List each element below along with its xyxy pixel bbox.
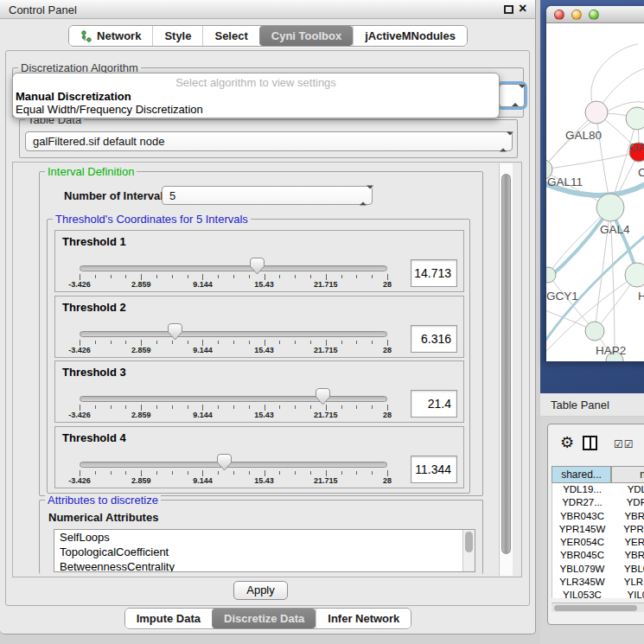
network-node-label: HAP2 (596, 344, 626, 357)
tab-infer-network[interactable]: Infer Network (316, 609, 411, 628)
columns-icon[interactable] (583, 436, 597, 450)
network-node[interactable] (585, 101, 608, 124)
slider-handle[interactable] (168, 323, 182, 341)
slider-tick (265, 274, 265, 280)
gear-icon[interactable]: ⚙︎ (560, 433, 574, 452)
table-row[interactable]: YER054CYER054C (552, 536, 644, 549)
attributes-list-scrollbar-thumb[interactable] (465, 532, 473, 552)
table-row[interactable]: YBR043CYBR043C (552, 510, 644, 523)
tab-network[interactable]: Network (69, 26, 152, 46)
slider-tick-label: 15.43 (254, 346, 274, 354)
table-row[interactable]: YBR045CYBR045C (552, 549, 644, 562)
table-row[interactable]: YLR345WYLR345W (552, 576, 644, 589)
network-node[interactable] (546, 267, 556, 283)
tab-impute-data[interactable]: Impute Data (125, 609, 212, 628)
table-cell[interactable]: YBL079W (612, 563, 644, 576)
network-node[interactable] (626, 107, 644, 130)
threshold-value-field[interactable]: 6.316 (411, 325, 457, 353)
apply-button[interactable]: Apply (233, 581, 288, 600)
table-row[interactable]: YIL053CYIL053C (552, 589, 644, 598)
slider-track[interactable] (80, 462, 387, 468)
attributes-list-scrollbar[interactable] (462, 530, 475, 571)
table-cell[interactable]: YDR27... (612, 496, 644, 509)
network-node-label: C (638, 166, 644, 179)
table-cell[interactable]: YIL053C (552, 589, 612, 598)
slider-handle[interactable] (316, 388, 330, 405)
close-icon[interactable]: × (519, 1, 526, 16)
table-row[interactable]: YDR27...YDR27... (552, 496, 644, 509)
number-of-intervals-combobox[interactable]: 5 (162, 186, 373, 205)
horizontal-scrollbar-thumb[interactable] (554, 605, 637, 611)
table-cell[interactable]: YER054C (552, 536, 612, 549)
attribute-item-topologicalcoefficient[interactable]: TopologicalCoefficient (54, 545, 475, 559)
tab-discretize-data[interactable]: Discretize Data (212, 609, 316, 628)
application-window: Control Panel × NetworkStyleSelectCyni T… (0, 0, 644, 644)
table-row[interactable]: YBL079WYBL079W (552, 563, 644, 576)
table-cell[interactable]: YLR345W (612, 576, 644, 589)
table-cell[interactable]: YBR045C (612, 549, 644, 562)
checkboxes-icon[interactable]: ☑☑ (614, 438, 634, 450)
threshold-value-field[interactable]: 11.344 (411, 456, 457, 483)
network-edge[interactable] (548, 275, 595, 331)
vertical-scrollbar[interactable] (499, 163, 513, 576)
numerical-attributes-list[interactable]: SelfLoopsTopologicalCoefficientBetweenne… (54, 529, 475, 572)
table-row[interactable]: YDL19...YDL19... (552, 483, 644, 496)
table-column-header-na[interactable]: na (611, 466, 644, 483)
network-node[interactable] (585, 322, 604, 341)
tab-select[interactable]: Select (202, 26, 258, 46)
algorithm-option-equal-width-frequency-discretization[interactable]: Equal Width/Frequency Discretization (13, 103, 499, 116)
close-traffic-light-icon[interactable] (554, 10, 564, 20)
table-cell[interactable]: YBR043C (612, 510, 644, 523)
table-panel-header[interactable]: Table Panel (540, 393, 644, 417)
slider-track[interactable] (80, 265, 387, 271)
threshold-value-field[interactable]: 21.4 (411, 390, 457, 418)
attribute-item-selfloops[interactable]: SelfLoops (54, 530, 475, 545)
zoom-traffic-light-icon[interactable] (589, 10, 599, 20)
threshold-value-field[interactable]: 14.713 (411, 259, 457, 287)
table-cell[interactable]: YER054C (612, 536, 644, 549)
network-node[interactable] (596, 194, 624, 221)
slider-tick (279, 341, 280, 344)
table-column-header-shared[interactable]: shared... (552, 466, 611, 483)
table-cell[interactable]: YDR27... (552, 496, 612, 509)
algorithm-option-manual-discretization[interactable]: Manual Discretization (13, 90, 499, 103)
table-cell[interactable]: YPR145W (612, 523, 644, 536)
slider-tick (202, 340, 203, 346)
table-cell[interactable]: YBL079W (552, 563, 612, 576)
slider-tick (111, 275, 112, 278)
slider-track[interactable] (80, 331, 387, 337)
minimize-traffic-light-icon[interactable] (571, 10, 582, 20)
vertical-scrollbar-thumb[interactable] (501, 174, 511, 554)
slider-handle[interactable] (250, 258, 265, 275)
slider-track[interactable] (80, 396, 387, 402)
table-data-combobox[interactable]: galFiltered.sif default node (25, 131, 513, 151)
network-canvas[interactable]: GAL80GACGAL11GAL4GCY1HHAP2 (546, 23, 644, 361)
slider-tick (111, 341, 112, 344)
slider-handle[interactable] (217, 454, 232, 471)
bottom-tab-bar: Impute DataDiscretize DataInfer Network (0, 608, 536, 629)
network-node[interactable] (625, 263, 644, 287)
table-cell[interactable]: YBR045C (552, 549, 612, 562)
algorithm-placeholder-option[interactable]: Select algorithm to view settings (13, 75, 499, 90)
table-cell[interactable]: YIL053C (612, 589, 644, 598)
tab-style[interactable]: Style (152, 26, 202, 46)
horizontal-scrollbar[interactable] (552, 603, 644, 612)
slider-tick (188, 275, 188, 278)
table-cell[interactable]: YLR345W (552, 576, 612, 589)
algorithm-combobox[interactable] (499, 84, 525, 107)
slider-tick-label: -3.426 (68, 346, 91, 354)
network-window-titlebar[interactable] (546, 6, 644, 23)
float-window-icon[interactable] (504, 5, 513, 14)
table-cell[interactable]: YDL19... (552, 483, 612, 496)
tab-cyni-toolbox[interactable]: Cyni Toolbox (259, 26, 353, 46)
network-graph[interactable]: GAL80GACGAL11GAL4GCY1HHAP2 (546, 23, 644, 361)
attribute-item-betweennesscentrality[interactable]: BetweennessCentrality (54, 559, 475, 572)
slider-tick-label: 9.144 (193, 280, 213, 289)
control-panel-titlebar[interactable]: Control Panel × (0, 0, 535, 19)
table-cell[interactable]: YBR043C (552, 510, 612, 523)
tab-jactivemnodules[interactable]: jActiveMNodules (353, 26, 467, 46)
table-cell[interactable]: YPR145W (552, 523, 612, 536)
table-row[interactable]: YPR145WYPR145W (552, 523, 644, 536)
table-cell[interactable]: YDL19... (612, 483, 644, 496)
slider-tick (387, 340, 388, 346)
